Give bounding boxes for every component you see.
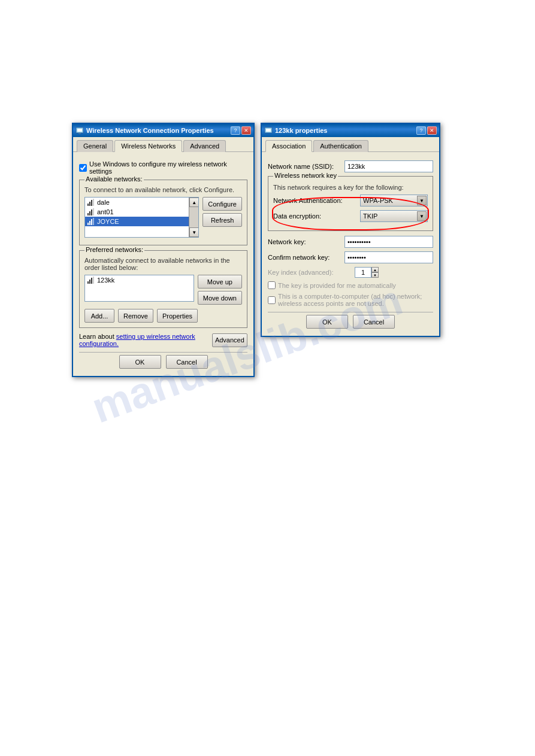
dialog2-titlebar-buttons: ? ✕ <box>416 126 437 135</box>
svg-rect-14 <box>87 281 89 284</box>
auth-label: Network Authentication: <box>273 197 360 204</box>
tab-general[interactable]: General <box>77 140 113 152</box>
network-name-dale: dale <box>97 199 110 206</box>
auth-select-wrapper: WPA-PSK Open Shared WPA ▼ <box>360 195 428 207</box>
dialog1-icon <box>75 126 84 135</box>
svg-rect-2 <box>87 204 89 206</box>
dialog2-help-button[interactable]: ? <box>416 126 426 135</box>
auto-key-label: The key is provided for me automatically <box>278 282 396 289</box>
use-windows-label: Use Windows to configure my wireless net… <box>89 160 247 175</box>
wkey-legend: Wireless network key <box>273 172 338 179</box>
svg-rect-11 <box>89 221 90 225</box>
preferred-item-123kk[interactable]: 123kk <box>85 275 194 285</box>
wkey-desc: This network requires a key for the foll… <box>273 184 428 191</box>
available-list-scrollbar[interactable]: ▲ ▼ <box>189 198 198 237</box>
wireless-icon-123kk <box>87 277 95 284</box>
keyindex-input[interactable] <box>355 267 371 278</box>
dialog1-ok-button[interactable]: OK <box>119 355 161 369</box>
network-name-joyce: JOYCE <box>97 218 119 225</box>
netkey-row: Network key: <box>268 236 433 248</box>
auto-key-row: The key is provided for me automatically <box>268 281 433 289</box>
svg-rect-13 <box>93 218 94 225</box>
svg-rect-9 <box>93 208 94 215</box>
spinbox-down[interactable]: ▼ <box>371 272 379 278</box>
network-item-dale[interactable]: dale <box>85 198 189 207</box>
preferred-name-123kk: 123kk <box>97 277 114 284</box>
network-item-joyce[interactable]: JOYCE <box>85 217 189 226</box>
dialog2-ok-button[interactable]: OK <box>306 315 348 329</box>
svg-rect-1 <box>77 129 82 132</box>
dialog1-help-button[interactable]: ? <box>231 126 240 135</box>
dialog2-bottom-buttons: OK Cancel <box>268 312 433 331</box>
svg-rect-16 <box>91 278 92 284</box>
network-name-ant01: ant01 <box>97 208 114 215</box>
svg-rect-3 <box>89 202 90 206</box>
dialog2-title: 123kk properties <box>275 127 327 134</box>
svg-rect-10 <box>87 223 89 225</box>
encrypt-label: Data encryption: <box>273 212 360 220</box>
svg-rect-19 <box>266 129 271 132</box>
refresh-button[interactable]: Refresh <box>202 213 242 227</box>
encrypt-row: Data encryption: TKIP AES WEP Disabled ▼ <box>273 210 428 222</box>
svg-rect-12 <box>91 219 92 225</box>
dialog1-close-button[interactable]: ✕ <box>241 126 251 135</box>
use-windows-checkbox-row: Use Windows to configure my wireless net… <box>79 160 247 175</box>
move-down-button[interactable]: Move down <box>198 291 242 305</box>
encrypt-select-wrapper: TKIP AES WEP Disabled ▼ <box>360 210 428 222</box>
advanced-button[interactable]: Advanced <box>212 333 247 347</box>
available-networks-list[interactable]: dale ant01 JOYCE ▲ <box>84 197 199 238</box>
properties-button[interactable]: Properties <box>157 309 198 323</box>
tab-advanced[interactable]: Advanced <box>183 140 226 152</box>
use-windows-checkbox[interactable] <box>79 164 87 172</box>
preferred-networks-list[interactable]: 123kk <box>84 275 194 302</box>
scroll-track <box>189 207 198 227</box>
dialog1-titlebar-buttons: ? ✕ <box>231 126 251 135</box>
confirm-key-input[interactable] <box>344 251 433 263</box>
dialog1-content: Use Windows to configure my wireless net… <box>73 156 253 376</box>
dialog1-cancel-button[interactable]: Cancel <box>166 355 208 369</box>
wireless-icon-ant01 <box>87 208 95 215</box>
available-networks-desc: To connect to an available network, clic… <box>84 186 242 193</box>
dialog2-cancel-button[interactable]: Cancel <box>353 315 395 329</box>
wireless-icon-joyce <box>87 218 95 225</box>
adhoc-label: This is a computer-to-computer (ad hoc) … <box>278 293 433 307</box>
network-name-input[interactable] <box>344 160 433 172</box>
svg-rect-5 <box>93 199 94 206</box>
dialog2-content: Network name (SSID): Wireless network ke… <box>262 156 439 336</box>
tab-association[interactable]: Association <box>265 140 312 152</box>
scroll-up-btn[interactable]: ▲ <box>189 198 199 207</box>
confirm-key-label: Confirm network key: <box>268 254 344 261</box>
add-button[interactable]: Add... <box>84 309 114 323</box>
configure-button[interactable]: Configure <box>202 197 242 211</box>
learn-text: Learn about <box>79 333 114 340</box>
dialog2-close-button[interactable]: ✕ <box>427 126 437 135</box>
network-name-row: Network name (SSID): <box>268 160 433 172</box>
tab-authentication[interactable]: Authentication <box>313 140 368 152</box>
preferred-desc: Automatically connect to available netwo… <box>84 257 242 271</box>
keyindex-label: Key index (advanced): <box>268 269 355 276</box>
move-up-button[interactable]: Move up <box>198 275 242 289</box>
wireless-key-section: Wireless network key This network requir… <box>268 176 433 231</box>
confirm-key-row: Confirm network key: <box>268 251 433 263</box>
spinbox-up[interactable]: ▲ <box>371 267 379 272</box>
auth-row: Network Authentication: WPA-PSK Open Sha… <box>273 195 428 207</box>
network-item-ant01[interactable]: ant01 <box>85 207 189 217</box>
dialog2-icon <box>264 126 273 135</box>
wireless-properties-dialog: Wireless Network Connection Properties ?… <box>72 123 255 377</box>
adhoc-row: This is a computer-to-computer (ad hoc) … <box>268 293 433 307</box>
preferred-networks-legend: Preferred networks: <box>84 246 144 253</box>
svg-rect-15 <box>89 280 90 284</box>
available-networks-group: Available networks: To connect to an ava… <box>79 180 247 245</box>
auto-key-checkbox[interactable] <box>268 281 276 289</box>
encrypt-select[interactable]: TKIP AES WEP Disabled <box>360 210 428 222</box>
learn-about-row: Learn about setting up wireless network … <box>79 333 212 347</box>
adhoc-checkbox[interactable] <box>268 296 276 304</box>
available-networks-legend: Available networks: <box>84 175 144 183</box>
svg-rect-6 <box>87 213 89 215</box>
remove-button[interactable]: Remove <box>118 309 153 323</box>
tab-wireless-networks[interactable]: Wireless Networks <box>114 140 182 152</box>
netkey-input[interactable] <box>344 236 433 248</box>
spinbox-arrows: ▲ ▼ <box>371 267 379 278</box>
auth-select[interactable]: WPA-PSK Open Shared WPA <box>360 195 428 207</box>
scroll-down-btn[interactable]: ▼ <box>189 227 199 237</box>
